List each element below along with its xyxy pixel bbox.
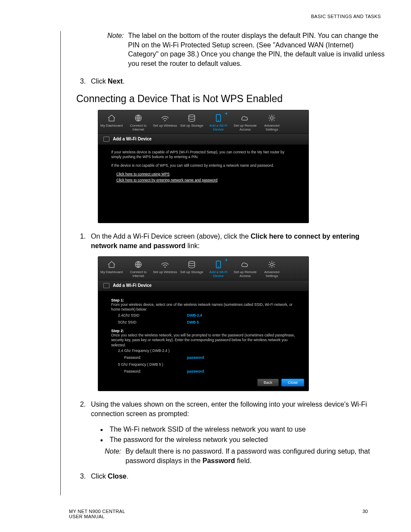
nav-label: Set up Remote Access bbox=[233, 124, 258, 132]
nav-label: Set up Remote Access bbox=[233, 271, 258, 278]
disks-icon bbox=[179, 113, 204, 123]
nav-item-home[interactable]: My Dashboard bbox=[98, 257, 125, 280]
cloud-icon bbox=[233, 113, 258, 123]
panel-title-bar: Add a Wi-Fi Device bbox=[98, 134, 308, 145]
nav-item-gear[interactable]: Advanced Settings bbox=[258, 257, 285, 280]
plus-icon: + bbox=[225, 258, 227, 262]
nav-item-home[interactable]: My Dashboard bbox=[98, 110, 125, 134]
label: 2.4Ghz SSID bbox=[118, 313, 187, 317]
wifi-icon bbox=[153, 259, 177, 270]
nav-item-cloud[interactable]: Set up Remote Access bbox=[232, 110, 258, 134]
nav-label: Connect to Internet bbox=[126, 124, 151, 132]
wifi-icon bbox=[153, 113, 177, 123]
nav-label: Set up Storage bbox=[179, 124, 204, 128]
disks-icon bbox=[179, 259, 204, 270]
nav-label: Advanced Settings bbox=[259, 271, 284, 278]
info-text: If your wireless device is capable of WP… bbox=[111, 150, 296, 160]
t: Click bbox=[91, 78, 108, 85]
bullet-text: The Wi-Fi network SSID of the wireless n… bbox=[109, 424, 305, 435]
nav-label: Set up Wireless bbox=[153, 124, 177, 128]
t: Click bbox=[91, 473, 108, 480]
connect-wps-link[interactable]: Click here to connect using WPS bbox=[116, 171, 296, 177]
bullet-icon: ■ bbox=[100, 424, 103, 435]
home-icon bbox=[99, 259, 124, 270]
footer-left: MY NET N900 CENTRAL USER MANUAL bbox=[69, 509, 125, 519]
bullet-list: ■ The Wi-Fi network SSID of the wireless… bbox=[100, 424, 385, 445]
list-item: ■ The Wi-Fi network SSID of the wireless… bbox=[100, 424, 385, 435]
gear-icon bbox=[259, 259, 284, 270]
step-1: 1. On the Add a Wi-Fi Device screen (abo… bbox=[76, 232, 385, 250]
page-header-section: BASIC SETTINGS AND TASKS bbox=[26, 14, 385, 19]
password-5-row: Password: password bbox=[118, 369, 296, 373]
nav-label: Advanced Settings bbox=[259, 124, 284, 132]
nav-label: My Dashboard bbox=[99, 271, 124, 274]
close-button[interactable]: Close bbox=[281, 379, 304, 386]
nav-item-gear[interactable]: Advanced Settings bbox=[258, 110, 285, 134]
ssid-24-row: 2.4Ghz SSID DWB-2.4 bbox=[118, 313, 296, 317]
t: On the Add a Wi-Fi Device screen (above)… bbox=[91, 233, 251, 240]
step-number: 3. bbox=[76, 77, 86, 86]
svg-point-7 bbox=[165, 267, 166, 268]
router-nav: My DashboardConnect to InternetSet up Wi… bbox=[98, 110, 308, 134]
note-label: Note: bbox=[107, 31, 124, 68]
t: . bbox=[127, 473, 128, 480]
b: Next bbox=[108, 78, 123, 85]
t: link: bbox=[186, 242, 200, 249]
label: Password: bbox=[118, 369, 187, 373]
bullet-icon: ■ bbox=[100, 435, 103, 445]
panel-title: Add a Wi-Fi Device bbox=[113, 137, 152, 141]
nav-item-device[interactable]: +Add a Wi-Fi Device bbox=[205, 110, 232, 134]
list-item: ■ The password for the wireless network … bbox=[100, 435, 385, 445]
b: Password bbox=[202, 457, 235, 464]
step-text: Click Next. bbox=[91, 77, 385, 86]
value: DWB 5 bbox=[187, 320, 199, 324]
nav-item-globe[interactable]: Connect to Internet bbox=[125, 257, 152, 280]
step-number: 2. bbox=[76, 400, 86, 418]
label: Password: bbox=[118, 355, 187, 360]
note-body: The label on the bottom of the router di… bbox=[128, 31, 385, 68]
svg-point-1 bbox=[165, 120, 166, 121]
t: field. bbox=[235, 457, 252, 464]
back-button[interactable]: Back bbox=[257, 379, 279, 386]
nav-label: Add a Wi-Fi Device bbox=[206, 124, 231, 132]
freq-24-label: 2.4 Ghz Frequency ( DWB-2.4 ) bbox=[118, 348, 296, 353]
password-24-row: Password: password bbox=[118, 355, 296, 360]
step-desc: From your wireless device, select one of… bbox=[111, 302, 296, 312]
nav-item-disks[interactable]: Set up Storage bbox=[178, 110, 205, 134]
connect-name-password-link[interactable]: Click here to connect by entering networ… bbox=[116, 177, 296, 184]
note-body: By default there is no password. If a pa… bbox=[125, 447, 385, 465]
bullet-text: The password for the wireless network yo… bbox=[109, 435, 268, 445]
svg-point-5 bbox=[271, 117, 273, 119]
nav-item-wifi[interactable]: Set up Wireless bbox=[152, 110, 178, 134]
home-icon bbox=[99, 113, 124, 123]
product-name: MY NET N900 CENTRAL bbox=[69, 509, 125, 514]
panel-body: If your wireless device is capable of WP… bbox=[98, 145, 308, 223]
globe-icon bbox=[126, 259, 151, 270]
t: . bbox=[123, 78, 125, 85]
info-text: If the device is not capable of WPS, you… bbox=[111, 163, 296, 168]
nav-label: Add a Wi-Fi Device bbox=[206, 271, 231, 278]
note-label: Note: bbox=[105, 447, 121, 465]
step-pre: 3. Click Next. bbox=[76, 77, 385, 86]
step-heading: Step 2: bbox=[111, 329, 296, 333]
router-screenshot-2: My DashboardConnect to InternetSet up Wi… bbox=[98, 256, 309, 391]
svg-point-10 bbox=[218, 266, 219, 267]
nav-item-device[interactable]: +Add a Wi-Fi Device bbox=[205, 257, 232, 280]
step-text: Click Close. bbox=[91, 472, 385, 481]
nav-label: Set up Wireless bbox=[153, 271, 177, 274]
nav-label: Connect to Internet bbox=[126, 271, 151, 278]
svg-point-11 bbox=[271, 263, 273, 266]
nav-item-globe[interactable]: Connect to Internet bbox=[125, 110, 152, 134]
svg-point-2 bbox=[189, 115, 195, 117]
router-screenshot-1: My DashboardConnect to InternetSet up Wi… bbox=[98, 110, 309, 223]
router-nav: My DashboardConnect to InternetSet up Wi… bbox=[98, 257, 308, 280]
page-footer: MY NET N900 CENTRAL USER MANUAL 30 bbox=[69, 509, 368, 519]
doc-type: USER MANUAL bbox=[69, 514, 125, 519]
label: 5Ghz SSID bbox=[118, 320, 187, 324]
nav-item-disks[interactable]: Set up Storage bbox=[178, 257, 205, 280]
step-heading: Step 1: bbox=[111, 298, 296, 302]
section-heading: Connecting a Device That is Not WPS Enab… bbox=[76, 93, 385, 105]
nav-item-cloud[interactable]: Set up Remote Access bbox=[232, 257, 258, 280]
nav-item-wifi[interactable]: Set up Wireless bbox=[152, 257, 178, 280]
button-row: Back Close bbox=[98, 376, 308, 391]
